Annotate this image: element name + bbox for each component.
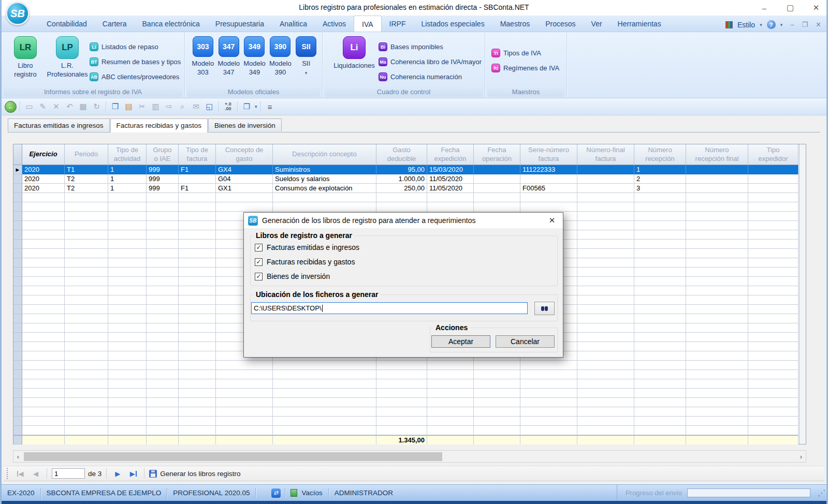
- grid-cell[interactable]: [474, 165, 520, 174]
- grid-cell[interactable]: [748, 184, 798, 193]
- close-button[interactable]: ✕: [810, 3, 822, 12]
- ribbon-restore-button[interactable]: ❐: [802, 21, 808, 28]
- menu-item-listados-especiales[interactable]: Listados especiales: [413, 16, 492, 32]
- modelo-390-button[interactable]: 390 Modelo 390: [268, 36, 293, 77]
- menu-item-analitica[interactable]: Analitica: [272, 16, 315, 32]
- accept-button[interactable]: Aceptar: [431, 335, 490, 348]
- vertical-scrollbar[interactable]: [799, 144, 806, 444]
- toolbar-options-icon[interactable]: ≡: [264, 101, 276, 113]
- menu-item-activos[interactable]: Activos: [315, 16, 354, 32]
- tab-facturas-emitidas-e-ingresos[interactable]: Facturas emitidas e ingresos: [8, 118, 110, 131]
- help-icon[interactable]: ?: [767, 20, 776, 29]
- copy-icon[interactable]: ❐: [109, 101, 121, 113]
- regimenes-iva-button[interactable]: RI Regímenes de IVA: [491, 61, 563, 76]
- menu-item-iva[interactable]: IVA: [354, 16, 382, 32]
- next-record-button[interactable]: ▶: [111, 468, 124, 479]
- grid-cell[interactable]: 1: [108, 165, 147, 174]
- grid-header-cell[interactable]: Ejercicio: [22, 144, 65, 165]
- grid-header-cell[interactable]: Grupo o IAE: [147, 144, 179, 165]
- liquidaciones-button[interactable]: Li Liquidaciones: [330, 36, 379, 84]
- grid-cell[interactable]: [474, 184, 520, 193]
- grid-cell[interactable]: [748, 174, 798, 184]
- tipos-iva-button[interactable]: TI Tipos de IVA: [491, 46, 563, 61]
- generate-books-button[interactable]: Generar los libros registro: [160, 470, 240, 478]
- grid-cell[interactable]: T1: [65, 165, 108, 174]
- grid-cell[interactable]: [179, 174, 216, 184]
- refresh-icon[interactable]: ↻: [91, 101, 103, 113]
- grid-header-cell[interactable]: Concepto de gasto: [216, 144, 273, 165]
- modelo-349-button[interactable]: 349 Modelo 349: [242, 36, 267, 77]
- style-color-icon[interactable]: [725, 21, 733, 28]
- new-icon[interactable]: ▭: [23, 101, 35, 113]
- decimals-icon[interactable]: +.0 .00: [222, 101, 234, 113]
- scrollbar-thumb[interactable]: [24, 452, 442, 461]
- menu-item-banca-electr-nica[interactable]: Banca electrónica: [135, 16, 208, 32]
- menu-item-cartera[interactable]: Cartera: [95, 16, 135, 32]
- grid-cell[interactable]: 11/05/2020: [427, 184, 474, 193]
- grid-row[interactable]: ▶2020T11999F1GX4Suministros95,0015/03/20…: [13, 165, 806, 174]
- menu-item-presupuestaria[interactable]: Presupuestaria: [208, 16, 272, 32]
- first-record-button[interactable]: ◀: [14, 468, 26, 479]
- grid-cell[interactable]: Sueldos y salarios: [273, 174, 376, 184]
- grid-header-cell[interactable]: Fecha operación: [474, 144, 520, 165]
- delete-icon[interactable]: ✕: [50, 101, 62, 113]
- grid-cell[interactable]: 2020: [22, 165, 65, 174]
- undo-icon[interactable]: ↶: [64, 101, 76, 113]
- grid-cell[interactable]: 999: [147, 165, 179, 174]
- menu-item-contabilidad[interactable]: Contabilidad: [39, 16, 95, 32]
- grid-header-cell[interactable]: Tipo de actividad: [108, 144, 147, 165]
- grid-cell[interactable]: F00565: [520, 184, 577, 193]
- grid-cell[interactable]: 2: [634, 174, 686, 184]
- grid-header-cell[interactable]: Tipo expedidor: [748, 144, 798, 165]
- mail-icon[interactable]: ✉: [190, 101, 202, 113]
- grid-cell[interactable]: 2020: [22, 174, 65, 184]
- grid-cell[interactable]: [686, 174, 748, 184]
- checkbox-checked-icon[interactable]: ✓: [255, 244, 263, 251]
- grid-cell[interactable]: GX4: [216, 165, 273, 174]
- grid-cell[interactable]: 15/03/2020: [427, 165, 474, 174]
- grid-cell[interactable]: 999: [147, 174, 179, 184]
- layout-icon[interactable]: ❒: [241, 101, 253, 113]
- grid-header-cell[interactable]: Serie-número factura: [520, 144, 577, 165]
- grid-cell[interactable]: T2: [65, 184, 108, 193]
- horizontal-scrollbar[interactable]: ‹ ›: [13, 450, 806, 463]
- scroll-left-icon[interactable]: ‹: [13, 451, 23, 462]
- tab-bienes-de-inversi-n[interactable]: Bienes de inversión: [208, 118, 282, 131]
- grid-cell[interactable]: Consumos de explotación: [273, 184, 376, 193]
- grid-header-cell[interactable]: Gasto deducible: [376, 144, 427, 165]
- menu-item-irpf[interactable]: IRPF: [382, 16, 414, 32]
- grid-cell[interactable]: 1: [634, 165, 686, 174]
- grid-cell[interactable]: 11/05/2020: [427, 174, 474, 184]
- checkbox-checked-icon[interactable]: ✓: [255, 258, 263, 266]
- grid-cell[interactable]: [577, 165, 634, 174]
- grid-cell[interactable]: F1: [179, 165, 216, 174]
- grid-cell[interactable]: F1: [179, 184, 216, 193]
- menu-item-herramientas[interactable]: Herramientas: [610, 16, 669, 32]
- modelo-347-button[interactable]: 347 Modelo 347: [216, 36, 241, 77]
- grid-row[interactable]: 2020T21999F1GX1Consumos de explotación25…: [13, 184, 806, 193]
- libro-registro-button[interactable]: LR Libro registro: [6, 36, 45, 84]
- abc-clientes-button[interactable]: AB ABC clientes/proveedores: [90, 69, 181, 84]
- checkbox-checked-icon[interactable]: ✓: [255, 273, 263, 280]
- grid-cell[interactable]: Suministros: [273, 165, 376, 174]
- previous-record-button[interactable]: ◀: [30, 468, 42, 479]
- grid-cell[interactable]: GX1: [216, 184, 273, 193]
- grid-cell[interactable]: G04: [216, 174, 273, 184]
- back-icon[interactable]: ←: [5, 101, 17, 113]
- resize-grip[interactable]: ⋰: [818, 488, 826, 498]
- ribbon-minimize-button[interactable]: –: [790, 21, 794, 28]
- grid-header-cell[interactable]: Número recepción final: [686, 144, 748, 165]
- menu-item-procesos[interactable]: Procesos: [538, 16, 583, 32]
- ribbon-close-button[interactable]: ✕: [816, 21, 821, 28]
- grid-cell[interactable]: [686, 165, 748, 174]
- minimize-button[interactable]: –: [758, 4, 771, 12]
- checkbox-bienes-inversion[interactable]: ✓ Bienes de inversión: [255, 272, 330, 280]
- cut-icon[interactable]: ✂: [136, 101, 148, 113]
- grid-cell[interactable]: [686, 184, 748, 193]
- grid-cell[interactable]: T2: [65, 174, 108, 184]
- modelo-303-button[interactable]: 303 Modelo 303: [191, 36, 215, 77]
- send-icon[interactable]: ⇨: [163, 101, 175, 113]
- grid-row[interactable]: 2020T21999G04Sueldos y salarios1.000,001…: [13, 174, 806, 184]
- grid-header-cell[interactable]: Número-final factura: [577, 144, 634, 165]
- print-icon[interactable]: ▥: [150, 101, 162, 113]
